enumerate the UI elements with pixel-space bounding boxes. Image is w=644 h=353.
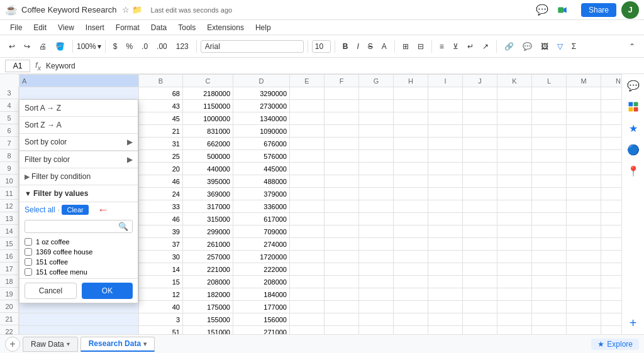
cell[interactable]: 46 bbox=[139, 175, 183, 188]
cell[interactable] bbox=[290, 276, 325, 288]
cell[interactable]: 177000 bbox=[233, 301, 290, 313]
cell[interactable]: 3 bbox=[139, 313, 183, 326]
menu-help[interactable]: Help bbox=[250, 22, 276, 33]
cell[interactable] bbox=[394, 87, 428, 100]
cell[interactable] bbox=[290, 138, 325, 150]
cell[interactable] bbox=[463, 225, 497, 238]
cell[interactable] bbox=[359, 301, 394, 313]
cell[interactable] bbox=[601, 175, 622, 188]
cell[interactable] bbox=[463, 163, 497, 175]
cell[interactable] bbox=[359, 87, 394, 100]
menu-view[interactable]: View bbox=[53, 22, 79, 33]
star-icon[interactable]: ☆ bbox=[122, 5, 130, 14]
cell[interactable] bbox=[497, 150, 532, 163]
cell[interactable] bbox=[463, 87, 497, 100]
col-header-m[interactable]: M bbox=[567, 75, 601, 87]
cell[interactable]: 709000 bbox=[233, 225, 290, 238]
cell[interactable] bbox=[601, 100, 622, 112]
cell[interactable] bbox=[601, 112, 622, 125]
cell[interactable]: 37 bbox=[139, 238, 183, 251]
cell[interactable] bbox=[325, 200, 359, 213]
cell[interactable]: 662000 bbox=[183, 138, 233, 150]
col-header-h[interactable]: H bbox=[394, 75, 428, 87]
cell[interactable] bbox=[532, 301, 567, 313]
cell[interactable] bbox=[463, 326, 497, 335]
cell[interactable]: 1090000 bbox=[233, 125, 290, 138]
cell[interactable] bbox=[359, 213, 394, 225]
cell[interactable] bbox=[394, 326, 428, 335]
cell[interactable] bbox=[497, 138, 532, 150]
cell[interactable]: 68 bbox=[139, 87, 183, 100]
cell[interactable] bbox=[463, 238, 497, 251]
cell[interactable]: 151000 bbox=[183, 326, 233, 335]
cell[interactable]: 25 bbox=[139, 150, 183, 163]
cell[interactable] bbox=[325, 225, 359, 238]
research-data-tab[interactable]: Research Data ▾ bbox=[80, 337, 155, 352]
cell[interactable] bbox=[290, 326, 325, 335]
cell[interactable] bbox=[532, 276, 567, 288]
cell[interactable] bbox=[463, 175, 497, 188]
cell[interactable] bbox=[463, 125, 497, 138]
cell[interactable]: 208000 bbox=[183, 276, 233, 288]
cell[interactable]: 257000 bbox=[183, 251, 233, 263]
translate-sidebar-icon[interactable]: 🔵 bbox=[625, 141, 642, 158]
cell[interactable]: 369000 bbox=[183, 188, 233, 200]
chat-sidebar-icon[interactable]: 💬 bbox=[625, 77, 642, 94]
decrease-decimal-button[interactable]: .0 bbox=[138, 40, 152, 53]
strikethrough-button[interactable]: S bbox=[364, 40, 377, 53]
explore-sidebar-icon[interactable]: ★ bbox=[625, 119, 642, 137]
cell[interactable]: 261000 bbox=[183, 238, 233, 251]
cell[interactable] bbox=[325, 276, 359, 288]
cell[interactable]: 15 bbox=[139, 276, 183, 288]
folder-icon[interactable]: 📁 bbox=[132, 5, 142, 14]
cell[interactable] bbox=[428, 150, 463, 163]
cell[interactable] bbox=[567, 100, 601, 112]
cell[interactable] bbox=[290, 112, 325, 125]
cell[interactable] bbox=[428, 175, 463, 188]
cell[interactable] bbox=[394, 125, 428, 138]
cell[interactable] bbox=[532, 225, 567, 238]
cell[interactable] bbox=[601, 313, 622, 326]
cell[interactable]: 831000 bbox=[183, 125, 233, 138]
cell[interactable]: 440000 bbox=[183, 163, 233, 175]
cell[interactable] bbox=[532, 238, 567, 251]
cell[interactable] bbox=[394, 163, 428, 175]
cell[interactable] bbox=[325, 238, 359, 251]
image-button[interactable]: 🖼 bbox=[537, 40, 552, 53]
link-button[interactable]: 🔗 bbox=[501, 40, 518, 53]
col-header-j[interactable]: J bbox=[463, 75, 497, 87]
cell[interactable] bbox=[325, 313, 359, 326]
cell[interactable] bbox=[359, 125, 394, 138]
cell[interactable] bbox=[325, 251, 359, 263]
cell[interactable] bbox=[567, 251, 601, 263]
functions-button[interactable]: Σ bbox=[568, 40, 580, 53]
cell[interactable] bbox=[497, 276, 532, 288]
cell[interactable] bbox=[601, 326, 622, 335]
cell[interactable] bbox=[601, 301, 622, 313]
cell[interactable] bbox=[532, 100, 567, 112]
cell[interactable] bbox=[463, 200, 497, 213]
cell[interactable] bbox=[359, 200, 394, 213]
cell[interactable]: 21 bbox=[139, 125, 183, 138]
cell[interactable]: 299000 bbox=[183, 225, 233, 238]
col-header-d[interactable]: D bbox=[233, 75, 290, 87]
cell[interactable] bbox=[290, 100, 325, 112]
cell[interactable] bbox=[497, 175, 532, 188]
sort-az-option[interactable]: Sort A → Z bbox=[19, 100, 138, 117]
cell[interactable] bbox=[463, 150, 497, 163]
col-header-b[interactable]: B bbox=[139, 75, 183, 87]
cell[interactable] bbox=[394, 288, 428, 301]
cell[interactable] bbox=[19, 87, 139, 100]
filter-condition-option[interactable]: ▶ Filter by condition bbox=[19, 168, 138, 185]
cell[interactable] bbox=[497, 200, 532, 213]
cell[interactable]: 51 bbox=[139, 326, 183, 335]
cell[interactable] bbox=[463, 138, 497, 150]
cell[interactable]: 46 bbox=[139, 213, 183, 225]
filter-search-input[interactable] bbox=[29, 223, 118, 231]
menu-tools[interactable]: Tools bbox=[173, 22, 201, 33]
cell[interactable] bbox=[567, 238, 601, 251]
cell[interactable] bbox=[290, 150, 325, 163]
cell[interactable] bbox=[325, 150, 359, 163]
cell[interactable] bbox=[532, 163, 567, 175]
cell[interactable] bbox=[290, 238, 325, 251]
